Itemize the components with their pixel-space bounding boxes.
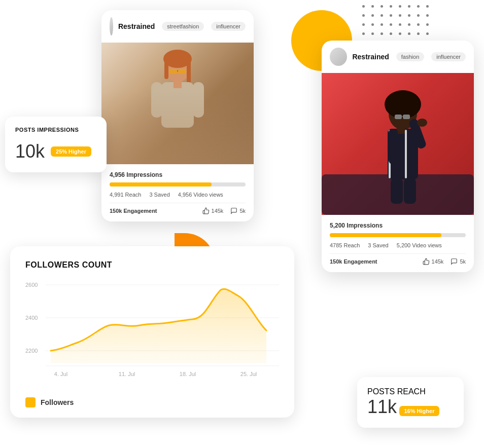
reach-card: POSTS REACH 11k 16% Higher: [357, 377, 464, 428]
svg-rect-16: [405, 130, 407, 178]
stats-row-2: 4785 Reach 3 Saved 5,200 Video views: [330, 242, 466, 248]
legend-dot: [25, 397, 36, 407]
dot: [408, 14, 410, 17]
person-figure-1: [142, 48, 213, 164]
reach-badge: 16% Higher: [399, 406, 440, 416]
dot: [381, 14, 383, 17]
post-image-2: [322, 73, 474, 215]
x-label-25jul: 25. Jul: [240, 371, 257, 377]
person-figure-2: [322, 73, 474, 215]
impressions-label-2: 5,200 Impressions: [330, 222, 466, 229]
dot: [362, 14, 365, 17]
dot: [426, 5, 429, 8]
x-label-18jul: 18. Jul: [180, 371, 196, 377]
video-stat-1: 4,956 Video views: [178, 192, 223, 198]
dot: [408, 32, 410, 35]
comments-count-2: 5k: [451, 258, 466, 265]
stats-row-1: 4,991 Reach 3 Saved 4,956 Video views: [110, 192, 246, 198]
saved-stat-1: 3 Saved: [149, 192, 169, 198]
dot: [371, 14, 374, 17]
post-card-2: Restrained fashion influencer: [322, 41, 474, 272]
svg-point-13: [385, 90, 421, 119]
dot: [426, 14, 429, 17]
svg-rect-5: [174, 81, 182, 88]
svg-rect-3: [187, 59, 191, 84]
svg-rect-8: [169, 69, 177, 74]
svg-rect-22: [403, 115, 410, 119]
reach-title: POSTS REACH: [367, 387, 454, 396]
dot: [362, 5, 365, 8]
likes-count-1: 145k: [202, 207, 224, 214]
impressions-label-1: 4,956 Impressions: [110, 171, 246, 178]
dot: [371, 23, 374, 26]
impressions-badge: 25% Higher: [51, 146, 91, 157]
saved-stat-2: 3 Saved: [368, 242, 388, 248]
dot: [381, 23, 383, 26]
progress-fill-2: [330, 233, 441, 237]
impressions-value-row: 10k 25% Higher: [15, 141, 96, 162]
dot: [417, 32, 420, 35]
progress-fill-1: [110, 182, 212, 186]
chart-area: 2600 2400 2200 4. Jul 11. Jul 18. Jul 25…: [25, 280, 279, 391]
y-label-2400: 2400: [25, 315, 38, 321]
dot: [426, 32, 429, 35]
dot: [371, 32, 374, 35]
dot: [390, 5, 392, 8]
like-icon-1: [202, 207, 210, 214]
avatar-1: [110, 17, 113, 35]
svg-rect-4: [161, 82, 194, 128]
chart-title: FOLLOWERS COUNT: [25, 260, 279, 270]
engagement-row-1: 150k Engagement 145k 5k: [110, 203, 246, 214]
dot: [399, 32, 401, 35]
dot: [417, 14, 420, 17]
svg-rect-6: [151, 82, 162, 118]
tag-influencer-2: influencer: [431, 52, 466, 61]
chart-legend: Followers: [25, 397, 279, 407]
tag-streetfashion: streetfashion: [162, 22, 204, 31]
chart-area-fill: [51, 289, 266, 363]
impressions-title: POSTS IMPRESSIONS: [15, 127, 96, 133]
impressions-number: 10k: [15, 141, 45, 162]
dot: [417, 23, 420, 26]
post-image-1: [101, 43, 254, 164]
dot: [399, 14, 401, 17]
engagement-label-2: 150k Engagement: [330, 258, 377, 265]
dot: [399, 23, 401, 26]
reach-value-row: 11k 16% Higher: [367, 396, 454, 418]
impressions-card: POSTS IMPRESSIONS 10k 25% Higher: [5, 117, 107, 172]
likes-count-2: 145k: [423, 258, 444, 265]
engagement-row-2: 150k Engagement 145k 5k: [330, 253, 466, 265]
post-card-1-header: Restrained streetfashion influencer: [101, 10, 254, 43]
x-label-11jul: 11. Jul: [119, 371, 135, 377]
tag-influencer-1: influencer: [211, 22, 246, 31]
reach-number: 11k: [367, 396, 397, 417]
y-label-2600: 2600: [25, 282, 38, 288]
engagement-icons-1: 145k 5k: [202, 207, 246, 214]
dot: [362, 32, 365, 35]
chart-svg: 2600 2400 2200 4. Jul 11. Jul 18. Jul 25…: [25, 280, 279, 381]
reach-stat-1: 4,991 Reach: [110, 192, 141, 198]
video-stat-2: 5,200 Video views: [397, 242, 442, 248]
dot: [390, 32, 392, 35]
svg-rect-2: [164, 59, 168, 79]
y-label-2200: 2200: [25, 348, 38, 354]
dot: [417, 5, 420, 8]
dot: [390, 23, 392, 26]
x-label-4jul: 4. Jul: [54, 371, 67, 377]
avatar-2: [330, 48, 347, 66]
progress-container-1: [110, 182, 246, 186]
svg-rect-24: [391, 178, 403, 204]
svg-rect-9: [178, 69, 186, 74]
comment-icon-1: [230, 207, 237, 214]
dot: [426, 23, 429, 26]
engagement-label-1: 150k Engagement: [110, 208, 157, 214]
comment-icon-2: [451, 258, 458, 265]
dot: [371, 5, 374, 8]
comments-count-1: 5k: [230, 207, 246, 214]
like-icon-2: [423, 258, 430, 265]
post-card-1: Restrained streetfashion influencer 4,95…: [101, 10, 254, 221]
svg-rect-17: [397, 128, 405, 134]
dot: [390, 14, 392, 17]
dot: [381, 32, 383, 35]
svg-point-20: [417, 119, 427, 127]
